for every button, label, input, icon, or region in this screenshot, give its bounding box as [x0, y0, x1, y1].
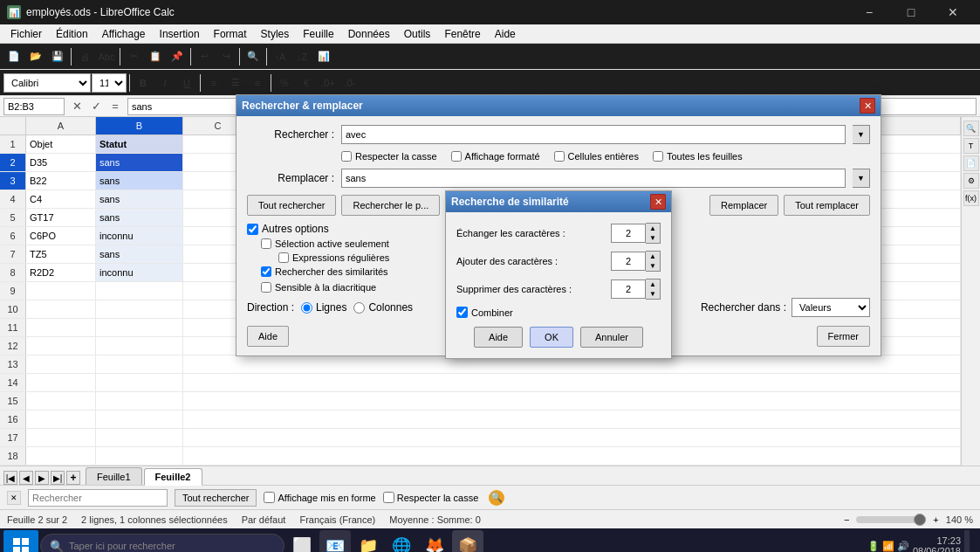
- cell[interactable]: [26, 429, 96, 446]
- combiner-row[interactable]: Combiner: [456, 307, 661, 318]
- sidebar-btn-5[interactable]: f(x): [963, 190, 979, 206]
- sidebar-btn-1[interactable]: 🔍: [963, 121, 979, 136]
- respecter-casse-check[interactable]: [341, 151, 352, 162]
- zoom-increase-btn[interactable]: +: [933, 514, 938, 525]
- cell[interactable]: [26, 392, 96, 410]
- menu-donnees[interactable]: Données: [341, 24, 397, 43]
- radio-lignes[interactable]: Lignes: [301, 301, 346, 314]
- supprimer-up-btn[interactable]: ▲: [646, 279, 660, 289]
- align-right-btn[interactable]: ≡: [247, 72, 268, 93]
- bottom-search-input[interactable]: [28, 489, 168, 507]
- save-btn[interactable]: 💾: [47, 46, 68, 67]
- paste-btn[interactable]: 📌: [167, 46, 188, 67]
- menu-affichage[interactable]: Affichage: [95, 24, 153, 43]
- percent-btn[interactable]: %: [274, 72, 295, 93]
- start-button[interactable]: [3, 530, 38, 552]
- cell[interactable]: [96, 374, 183, 391]
- cell[interactable]: B22: [26, 172, 96, 190]
- cell[interactable]: [96, 319, 183, 336]
- fermer-btn[interactable]: Fermer: [817, 326, 870, 347]
- function-btn[interactable]: =: [106, 98, 124, 115]
- checkbox-toutes-feuilles[interactable]: Toutes les feuilles: [653, 151, 743, 162]
- replace-dropdown-btn[interactable]: ▼: [853, 169, 870, 188]
- bottom-checkbox-format[interactable]: Affichage mis en forme: [264, 492, 375, 503]
- sim-annuler-btn[interactable]: Annuler: [580, 327, 643, 348]
- cell[interactable]: [26, 337, 96, 355]
- cell[interactable]: D35: [26, 154, 96, 171]
- cell[interactable]: [183, 411, 961, 428]
- cell[interactable]: Statut: [96, 135, 183, 153]
- ajouter-input[interactable]: [611, 252, 646, 271]
- minimize-button[interactable]: −: [849, 0, 889, 24]
- cell[interactable]: [26, 355, 96, 373]
- echanger-up-btn[interactable]: ▲: [646, 224, 660, 233]
- cell[interactable]: sans: [96, 190, 183, 208]
- search-icon[interactable]: 🔍: [489, 490, 504, 506]
- align-left-btn[interactable]: ≡: [203, 72, 224, 93]
- sim-ok-btn[interactable]: OK: [530, 327, 573, 348]
- cell[interactable]: inconnu: [96, 264, 183, 281]
- echanger-down-btn[interactable]: ▼: [646, 233, 660, 243]
- cell[interactable]: [26, 447, 96, 465]
- selection-check[interactable]: [261, 238, 271, 249]
- cell[interactable]: [183, 374, 961, 391]
- taskbar-mail[interactable]: 📧: [319, 530, 351, 552]
- cell[interactable]: TZ5: [26, 245, 96, 263]
- checkbox-affichage-formate[interactable]: Affichage formaté: [451, 151, 540, 162]
- cell[interactable]: [26, 282, 96, 300]
- cell[interactable]: R2D2: [26, 264, 96, 281]
- sort-asc-btn[interactable]: ↑A: [270, 46, 291, 67]
- tab-nav-first[interactable]: |◀: [3, 471, 17, 485]
- cell[interactable]: inconnu: [96, 227, 183, 245]
- supprimer-down-btn[interactable]: ▼: [646, 289, 660, 299]
- cell[interactable]: sans: [96, 245, 183, 263]
- supprimer-spinner[interactable]: ▲ ▼: [611, 279, 661, 300]
- replace-all-btn[interactable]: Tout remplacer: [784, 195, 870, 216]
- dec-increase-btn[interactable]: .0+: [318, 72, 339, 93]
- echanger-input[interactable]: [611, 224, 646, 243]
- bottom-checkbox-case[interactable]: Respecter la casse: [383, 492, 479, 503]
- cell[interactable]: [26, 300, 96, 318]
- align-center-btn[interactable]: ☰: [225, 72, 246, 93]
- sidebar-btn-2[interactable]: T: [963, 138, 979, 154]
- currency-btn[interactable]: €: [296, 72, 317, 93]
- cell[interactable]: [96, 337, 183, 355]
- maximize-button[interactable]: □: [891, 0, 931, 24]
- tab-nav-next[interactable]: ▶: [35, 471, 49, 485]
- tab-feuille1[interactable]: Feuille1: [86, 467, 142, 485]
- search-input[interactable]: [341, 125, 846, 144]
- col-header-a[interactable]: A: [26, 117, 96, 135]
- tab-nav-last[interactable]: ▶|: [51, 471, 65, 485]
- checkbox-respecter-casse[interactable]: Respecter la casse: [341, 151, 437, 162]
- clock[interactable]: 17:23 08/06/2018: [913, 535, 961, 552]
- ajouter-spinner[interactable]: ▲ ▼: [611, 251, 661, 272]
- bold-btn[interactable]: B: [133, 72, 154, 93]
- diacritique-check[interactable]: [261, 282, 271, 293]
- checkbox-cellules-entieres[interactable]: Cellules entières: [554, 151, 639, 162]
- redo-btn[interactable]: ↪: [216, 46, 236, 67]
- supprimer-input[interactable]: [611, 279, 646, 299]
- cell[interactable]: [26, 411, 96, 428]
- copy-btn[interactable]: 📋: [145, 46, 166, 67]
- taskbar-firefox[interactable]: 🦊: [419, 530, 450, 552]
- cell[interactable]: [96, 300, 183, 318]
- similarity-check[interactable]: [261, 266, 271, 277]
- tab-add[interactable]: +: [66, 471, 80, 485]
- menu-edition[interactable]: Édition: [49, 24, 95, 43]
- menu-aide[interactable]: Aide: [488, 24, 523, 43]
- cell[interactable]: sans: [96, 209, 183, 226]
- col-header-b[interactable]: B: [96, 117, 183, 135]
- bottom-format-checkbox[interactable]: [264, 492, 275, 503]
- cell[interactable]: C4: [26, 190, 96, 208]
- tab-feuille2[interactable]: Feuille2: [144, 468, 202, 486]
- cut-btn[interactable]: ✂: [123, 46, 144, 67]
- search-all-btn[interactable]: Tout rechercher: [247, 195, 336, 216]
- cell-ref-box[interactable]: B2:B3: [3, 98, 65, 115]
- cell[interactable]: sans: [96, 154, 183, 171]
- radio-colonnes-input[interactable]: [353, 302, 365, 314]
- cell[interactable]: [183, 429, 961, 446]
- zoom-slider[interactable]: [856, 516, 926, 523]
- echanger-spinner[interactable]: ▲ ▼: [611, 223, 661, 244]
- bottom-search-all-btn[interactable]: Tout rechercher: [175, 489, 257, 507]
- ajouter-down-btn[interactable]: ▼: [646, 261, 660, 271]
